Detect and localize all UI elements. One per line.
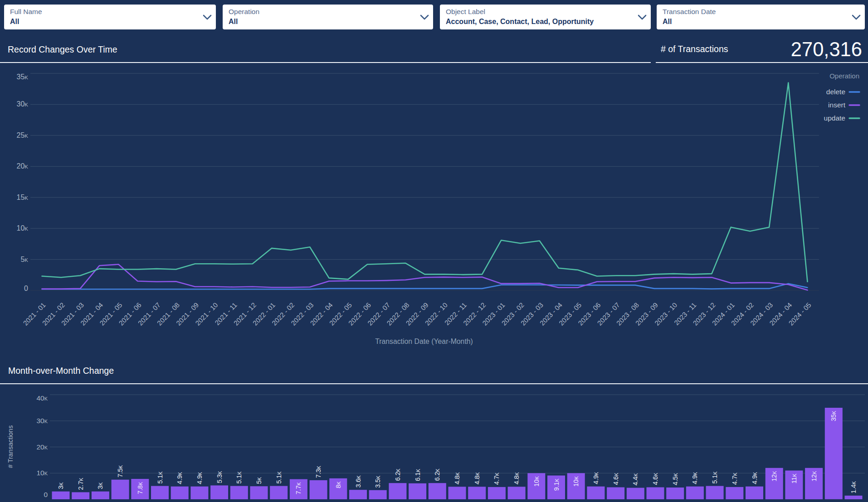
svg-text:3.5K: 3.5K [374, 476, 381, 488]
svg-text:5.1K: 5.1K [711, 472, 718, 484]
svg-text:10K: 10K [36, 469, 48, 477]
svg-text:35K: 35K [830, 411, 837, 421]
svg-text:2.7K: 2.7K [77, 478, 84, 490]
svg-text:4.6K: 4.6K [652, 473, 659, 485]
svg-text:4.7K: 4.7K [493, 473, 500, 485]
svg-text:4.8K: 4.8K [473, 473, 481, 485]
svg-text:1.4K: 1.4K [850, 481, 857, 493]
svg-text:6.2K: 6.2K [394, 468, 401, 481]
svg-text:7.7K: 7.7K [295, 483, 302, 495]
svg-text:7.3K: 7.3K [315, 466, 322, 478]
svg-text:5K: 5K [255, 477, 263, 484]
svg-text:4.7K: 4.7K [731, 473, 738, 485]
svg-text:0: 0 [44, 491, 48, 498]
svg-text:3K: 3K [57, 483, 64, 489]
svg-text:4.9K: 4.9K [196, 472, 203, 484]
svg-text:30K: 30K [36, 417, 48, 425]
svg-text:10K: 10K [572, 476, 580, 487]
svg-text:# Transactions: # Transactions [7, 425, 14, 468]
svg-text:5.3K: 5.3K [216, 471, 223, 483]
svg-text:5.1K: 5.1K [156, 472, 164, 484]
svg-text:4.6K: 4.6K [612, 473, 619, 485]
svg-text:4.9K: 4.9K [691, 472, 698, 484]
svg-text:6.2K: 6.2K [434, 468, 441, 481]
svg-text:12K: 12K [810, 471, 818, 482]
svg-text:9.1K: 9.1K [553, 479, 560, 491]
svg-text:7.5K: 7.5K [117, 465, 124, 478]
svg-text:6.1K: 6.1K [414, 469, 421, 481]
svg-text:4.4K: 4.4K [632, 473, 639, 486]
svg-text:5.1K: 5.1K [235, 472, 243, 484]
svg-text:5.1K: 5.1K [275, 472, 283, 484]
svg-text:4.9K: 4.9K [176, 472, 183, 484]
svg-text:3.6K: 3.6K [355, 475, 362, 488]
svg-text:10K: 10K [533, 476, 540, 487]
svg-text:40K: 40K [36, 394, 48, 402]
svg-text:20K: 20K [36, 443, 48, 451]
svg-text:12K: 12K [770, 471, 778, 482]
svg-text:4.9K: 4.9K [592, 472, 600, 484]
svg-text:8K: 8K [335, 482, 342, 488]
svg-text:4.9K: 4.9K [751, 472, 758, 484]
svg-text:4.8K: 4.8K [513, 473, 520, 485]
svg-text:4.5K: 4.5K [672, 473, 679, 485]
svg-text:11K: 11K [790, 474, 798, 484]
svg-text:3K: 3K [97, 483, 104, 489]
svg-text:4.8K: 4.8K [454, 473, 461, 485]
svg-text:7.8K: 7.8K [137, 482, 144, 494]
